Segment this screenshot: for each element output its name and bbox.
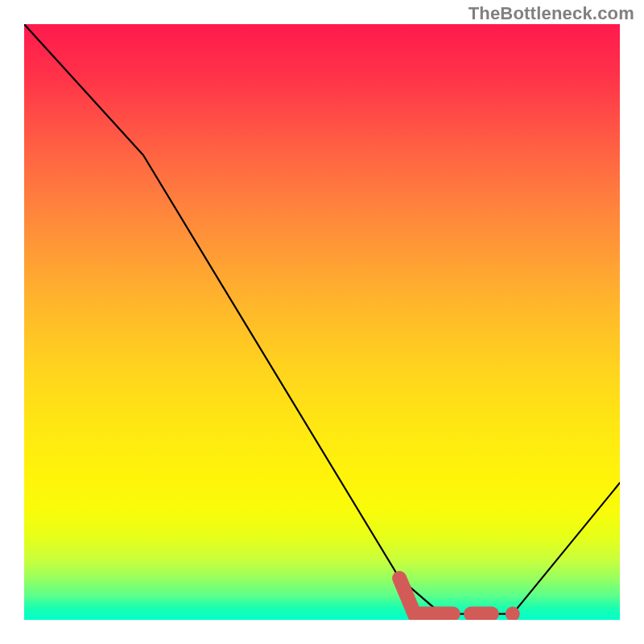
highlight-segment-1 — [399, 578, 453, 613]
bottleneck-curve — [24, 24, 620, 614]
plot-area — [24, 24, 620, 620]
chart-frame: TheBottleneck.com — [0, 0, 644, 644]
watermark-label: TheBottleneck.com — [469, 3, 634, 24]
chart-svg — [24, 24, 620, 620]
